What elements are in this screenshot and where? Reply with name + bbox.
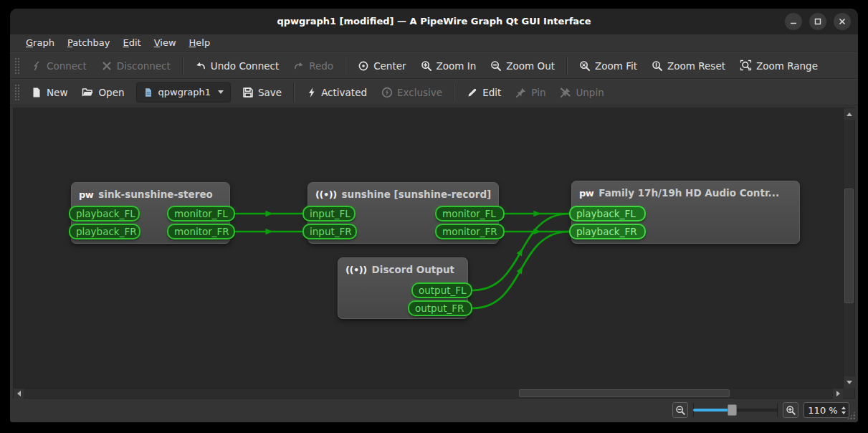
disconnect-button[interactable]: Disconnect	[94, 55, 178, 77]
center-button[interactable]: Center	[350, 55, 413, 77]
zoom-percent-spinbox[interactable]: 110 %	[803, 402, 849, 418]
port-playback_FR[interactable]: playback_FR	[69, 224, 140, 239]
toolbar-separator	[293, 83, 295, 102]
zoom-reset-button[interactable]: Zoom Reset	[644, 55, 733, 77]
unpin-icon	[560, 87, 571, 98]
titlebar[interactable]: qpwgraph1 [modified] — A PipeWire Graph …	[10, 9, 858, 34]
save-icon	[242, 87, 254, 98]
window-title: qpwgraph1 [modified] — A PipeWire Graph …	[10, 9, 858, 34]
save-button[interactable]: Save	[235, 82, 289, 103]
port-playback_FR[interactable]: playback_FR	[569, 224, 646, 239]
port-input_FR[interactable]: input_FR	[302, 224, 357, 239]
center-icon	[358, 60, 369, 72]
zoom-slider-fill	[693, 409, 732, 411]
zoom-slider-handle[interactable]	[728, 404, 737, 416]
connection-arrow-icon	[534, 211, 541, 217]
toolbar-separator	[345, 57, 346, 75]
menu-edit[interactable]: Edit	[117, 34, 148, 52]
statusbar: 110 %	[10, 399, 858, 422]
disconnect-icon	[101, 60, 113, 72]
pin-icon	[515, 87, 527, 98]
scroll-up-button[interactable]	[844, 108, 855, 120]
toolbar-separator	[454, 83, 455, 102]
statusbar-zoom-in-button[interactable]	[783, 402, 798, 418]
port-monitor_FR[interactable]: monitor_FR	[435, 224, 505, 239]
port-monitor_FL[interactable]: monitor_FL	[435, 206, 505, 222]
patchbay-select[interactable]: qpwgraph1	[136, 82, 231, 103]
connection-wires	[14, 108, 843, 388]
new-button[interactable]: New	[24, 82, 75, 103]
open-button[interactable]: Open	[75, 82, 131, 103]
vertical-scrollbar-thumb[interactable]	[844, 189, 854, 303]
graph-toolbar: Connect Disconnect Undo Connect Redo Cen…	[10, 52, 858, 79]
zoom-fit-button[interactable]: Zoom Fit	[572, 55, 644, 77]
maximize-icon	[814, 17, 822, 26]
chevron-down-icon	[218, 90, 224, 94]
menu-help[interactable]: Help	[183, 34, 217, 52]
close-button[interactable]	[834, 13, 851, 30]
exclusive-button[interactable]: Exclusive	[374, 82, 449, 103]
minimize-icon	[789, 17, 798, 26]
port-playback_FL[interactable]: playback_FL	[569, 206, 646, 222]
connection-arrow-icon	[517, 265, 525, 275]
undo-connect-button[interactable]: Undo Connect	[188, 55, 286, 77]
activated-icon	[306, 87, 317, 98]
edit-button[interactable]: Edit	[459, 82, 508, 103]
connect-icon	[31, 60, 42, 72]
statusbar-zoom-out-button[interactable]	[672, 402, 688, 418]
menu-patchbay[interactable]: Patchbay	[61, 34, 117, 52]
triangle-down-icon	[846, 381, 852, 384]
graph-canvas[interactable]: pwsink-sunshine-stereo((•))sunshine [sun…	[13, 108, 855, 399]
scroll-right-button[interactable]	[833, 389, 843, 399]
zoom-in-icon	[421, 60, 432, 72]
pin-button[interactable]: Pin	[508, 82, 553, 103]
undo-icon	[195, 60, 206, 72]
zoom-fit-icon	[579, 60, 591, 72]
redo-icon	[293, 60, 305, 72]
edit-pencil-icon	[467, 87, 478, 98]
new-file-icon	[31, 87, 42, 98]
connect-button[interactable]: Connect	[24, 55, 94, 77]
menubar: Graph Patchbay Edit View Help	[10, 34, 858, 52]
spin-down-button[interactable]	[841, 411, 846, 414]
port-monitor_FL[interactable]: monitor_FL	[167, 206, 235, 222]
connection-arrow-icon	[266, 229, 273, 234]
scroll-down-button[interactable]	[844, 376, 855, 388]
port-output_FL[interactable]: output_FL	[411, 282, 472, 298]
toolbar-separator	[566, 57, 568, 75]
graph-viewport[interactable]: pwsink-sunshine-stereo((•))sunshine [sun…	[14, 108, 843, 388]
toolbar-drag-handle[interactable]	[14, 57, 19, 75]
zoom-out-icon	[675, 405, 686, 416]
vertical-scrollbar[interactable]	[843, 108, 854, 388]
zoom-in-button[interactable]: Zoom In	[414, 55, 484, 77]
port-playback_FL[interactable]: playback_FL	[69, 206, 140, 222]
toolbar-drag-handle[interactable]	[14, 84, 19, 101]
zoom-out-button[interactable]: Zoom Out	[483, 55, 562, 77]
zoom-out-icon	[490, 60, 502, 72]
toolbar-separator	[182, 57, 183, 75]
port-monitor_FR[interactable]: monitor_FR	[167, 224, 235, 239]
patchbay-toolbar: New Open qpwgraph1 Save Activated Exclus…	[10, 79, 858, 105]
port-output_FR[interactable]: output_FR	[408, 300, 472, 316]
exclusive-icon	[381, 87, 393, 98]
unpin-button[interactable]: Unpin	[553, 82, 611, 103]
app-window: qpwgraph1 [modified] — A PipeWire Graph …	[10, 9, 858, 422]
scroll-left-button[interactable]	[14, 389, 24, 399]
menu-view[interactable]: View	[148, 34, 183, 52]
spin-up-button[interactable]	[841, 406, 846, 409]
maximize-button[interactable]	[809, 13, 826, 30]
horizontal-scrollbar-thumb[interactable]	[519, 389, 730, 397]
patchbay-file-icon	[143, 87, 153, 97]
triangle-left-icon	[17, 391, 21, 396]
redo-button[interactable]: Redo	[286, 55, 340, 77]
activated-button[interactable]: Activated	[299, 82, 374, 103]
menu-graph[interactable]: Graph	[19, 34, 61, 52]
minimize-button[interactable]	[785, 13, 802, 30]
port-input_FL[interactable]: input_FL	[302, 206, 356, 222]
zoom-reset-icon	[652, 60, 663, 72]
zoom-slider[interactable]	[693, 402, 778, 418]
horizontal-scrollbar[interactable]	[14, 388, 843, 398]
zoom-range-button[interactable]: Zoom Range	[733, 55, 825, 77]
connection-arrow-icon	[517, 247, 525, 257]
connection-arrow-icon	[266, 211, 273, 217]
